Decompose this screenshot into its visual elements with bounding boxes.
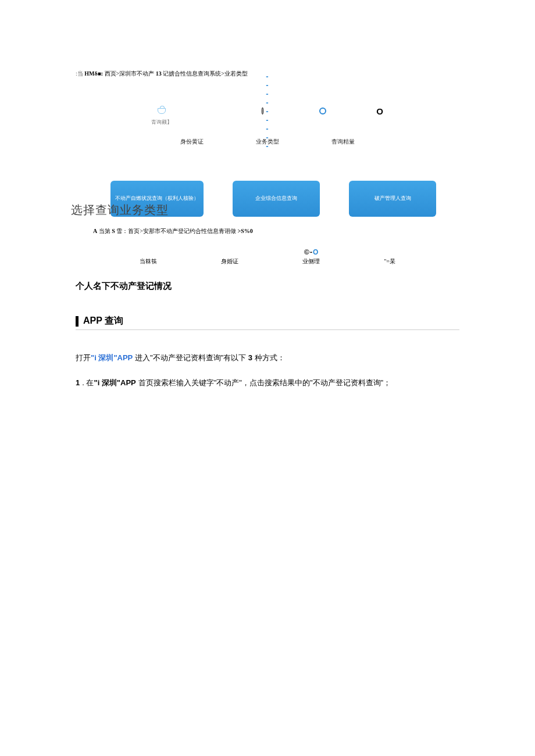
- heading-personal: 个人名下不动产登记情况: [76, 281, 459, 292]
- bag-icon: [158, 107, 166, 115]
- combo-c-dash-o-icon: ©-O: [304, 248, 318, 256]
- card-bankruptcy-admin[interactable]: 破产管理人查询: [349, 181, 436, 217]
- para-open-app: 打开"i 深圳"APP 进入"不动产登记资料查询"有以下 3 种方式：: [76, 351, 459, 366]
- cards-area: 不动产自燃状况查询（权利人核验） 企业综合信息查询 破产管理人查询 选择查询业务…: [76, 181, 459, 217]
- stepper-row-1: 青询额】 - - - - - - - - - O: [76, 107, 459, 126]
- ring-icon: [319, 107, 327, 115]
- app-heading-row: APP 查询: [76, 315, 459, 330]
- cards-row: 不动产自燃状况查询（权利人核验） 企业综合信息查询 破产管理人查询 选择查询业务…: [76, 181, 459, 217]
- step-label-query: 杳询精量: [331, 138, 355, 146]
- breadcrumb-line-2: A 当第 S 雪：首页>安那市不动产登记约合性信息青诩做 >S%0: [93, 227, 459, 235]
- heading-app: APP 查询: [83, 315, 123, 327]
- step-label-identity: 身份黄证: [180, 138, 204, 146]
- step2-l1: 当箖筷: [140, 257, 157, 266]
- step1-sublabel: 青询额】: [151, 119, 172, 126]
- select-query-title: 选择查询业务类型: [71, 202, 169, 218]
- heading-bar: [76, 316, 79, 327]
- card-enterprise[interactable]: 企业综合信息查询: [233, 181, 320, 217]
- stepper-row-2: 当箖筷 身婚证 ©-O 业侧理 "=杲: [76, 248, 459, 266]
- step2-l4: "=杲: [384, 257, 395, 266]
- theta-icon: - - - - - - - - -: [262, 107, 270, 115]
- step2-l3: 业侧理: [302, 257, 320, 266]
- num-item-1: 1. 在"i 深圳"APP首页搜索栏输入关键字"不动产"，点击搜索结果中的"不动…: [76, 376, 459, 390]
- big-o-icon: O: [376, 107, 384, 115]
- step2-l2: 身婚证: [221, 257, 238, 266]
